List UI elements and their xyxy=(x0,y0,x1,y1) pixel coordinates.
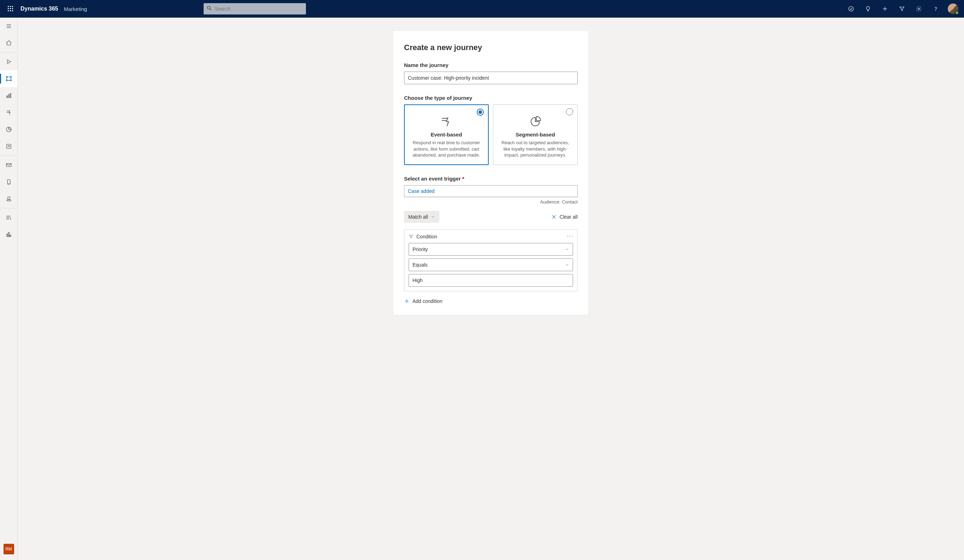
journey-type-segment[interactable]: Segment-based Reach out to targeted audi… xyxy=(493,104,578,165)
svg-rect-5 xyxy=(12,8,13,9)
svg-line-38 xyxy=(10,216,11,220)
segment-type-desc: Reach out to targeted audiences, like lo… xyxy=(500,140,571,158)
svg-rect-4 xyxy=(10,8,11,9)
svg-rect-26 xyxy=(10,93,11,98)
feedback-icon[interactable] xyxy=(0,226,17,243)
match-mode-dropdown[interactable]: Match all xyxy=(404,211,439,223)
condition-block: ··· Condition Priority Equals xyxy=(404,229,578,291)
svg-rect-6 xyxy=(8,10,9,11)
library-icon[interactable] xyxy=(0,209,17,226)
event-trigger-input[interactable]: Case added xyxy=(404,185,578,197)
type-label: Choose the type of journey xyxy=(404,95,578,101)
task-icon[interactable] xyxy=(843,0,860,18)
svg-rect-41 xyxy=(10,235,11,237)
condition-value-input[interactable] xyxy=(409,274,573,287)
chart-pie-icon[interactable] xyxy=(0,121,17,138)
segment-type-title: Segment-based xyxy=(500,131,571,138)
event-based-icon xyxy=(411,115,482,129)
chevron-down-icon xyxy=(431,215,435,219)
brand-title[interactable]: Dynamics 365 xyxy=(20,6,58,12)
chevron-down-icon xyxy=(565,247,569,252)
home-icon[interactable] xyxy=(0,34,17,52)
condition-operator-select[interactable]: Equals xyxy=(409,258,573,271)
main-canvas: Create a new journey Name the journey Ch… xyxy=(18,18,964,560)
module-name[interactable]: Marketing xyxy=(64,6,87,12)
svg-point-11 xyxy=(848,6,853,11)
svg-point-22 xyxy=(6,80,7,81)
search-input[interactable] xyxy=(215,6,303,11)
svg-rect-24 xyxy=(7,96,7,98)
svg-rect-8 xyxy=(12,10,13,11)
svg-rect-29 xyxy=(7,144,11,148)
trigger-label: Select an event trigger* xyxy=(404,175,578,182)
plus-icon xyxy=(404,298,410,304)
help-icon[interactable] xyxy=(927,0,944,18)
push-icon[interactable] xyxy=(0,190,17,207)
svg-rect-2 xyxy=(12,6,13,7)
presence-indicator xyxy=(955,11,959,15)
svg-point-9 xyxy=(207,6,210,9)
analytics-icon[interactable] xyxy=(0,87,17,104)
search-box[interactable] xyxy=(204,3,306,15)
filter-icon[interactable] xyxy=(894,0,910,18)
topbar: Dynamics 365 Marketing xyxy=(0,0,964,18)
app-launcher-icon[interactable] xyxy=(2,0,19,18)
play-icon[interactable] xyxy=(0,53,17,70)
form-icon[interactable] xyxy=(0,138,17,155)
funnel-icon xyxy=(409,234,414,239)
condition-header: Condition xyxy=(409,234,573,239)
svg-rect-3 xyxy=(8,8,9,9)
svg-point-14 xyxy=(918,8,920,10)
segment-based-icon xyxy=(500,115,571,129)
area-switcher[interactable]: RM xyxy=(3,544,14,554)
svg-rect-35 xyxy=(8,197,10,200)
sms-icon[interactable] xyxy=(0,174,17,190)
hamburger-icon[interactable] xyxy=(0,18,17,34)
svg-rect-39 xyxy=(7,234,8,237)
topbar-actions xyxy=(843,0,962,18)
chevron-down-icon xyxy=(565,263,569,267)
sidebar: RM xyxy=(0,18,18,560)
lightbulb-icon[interactable] xyxy=(860,0,876,18)
journey-name-input[interactable] xyxy=(404,71,578,84)
journeys-icon[interactable] xyxy=(0,70,17,87)
event-type-title: Event-based xyxy=(411,131,482,138)
search-icon xyxy=(207,5,212,12)
svg-point-20 xyxy=(6,76,7,77)
svg-point-23 xyxy=(10,80,11,81)
condition-more-icon[interactable]: ··· xyxy=(567,233,574,239)
mail-icon[interactable] xyxy=(0,157,17,174)
svg-point-15 xyxy=(935,10,936,11)
event-type-desc: Respond in real time to customer actions… xyxy=(411,140,482,158)
trigger-icon[interactable] xyxy=(0,104,17,121)
svg-rect-7 xyxy=(10,10,11,11)
add-condition-button[interactable]: Add condition xyxy=(404,298,443,304)
svg-rect-25 xyxy=(8,94,9,98)
radio-segment[interactable] xyxy=(566,108,573,115)
svg-point-21 xyxy=(10,76,11,77)
svg-rect-1 xyxy=(10,6,11,7)
audience-note: Audience: Contact xyxy=(404,199,578,205)
gear-icon[interactable] xyxy=(910,0,927,18)
close-icon xyxy=(551,214,557,220)
condition-field-select[interactable]: Priority xyxy=(409,243,573,256)
journey-type-event[interactable]: Event-based Respond in real time to cust… xyxy=(404,104,489,165)
svg-rect-40 xyxy=(8,232,9,237)
name-label: Name the journey xyxy=(404,62,578,68)
create-journey-panel: Create a new journey Name the journey Ch… xyxy=(393,31,588,315)
svg-marker-19 xyxy=(7,60,11,64)
clear-all-button[interactable]: Clear all xyxy=(551,214,578,220)
avatar[interactable] xyxy=(948,3,958,14)
svg-line-10 xyxy=(210,9,212,10)
panel-title: Create a new journey xyxy=(404,43,578,52)
svg-rect-0 xyxy=(8,6,9,7)
plus-icon[interactable] xyxy=(876,0,894,18)
radio-event[interactable] xyxy=(477,109,484,116)
svg-rect-32 xyxy=(7,164,11,167)
